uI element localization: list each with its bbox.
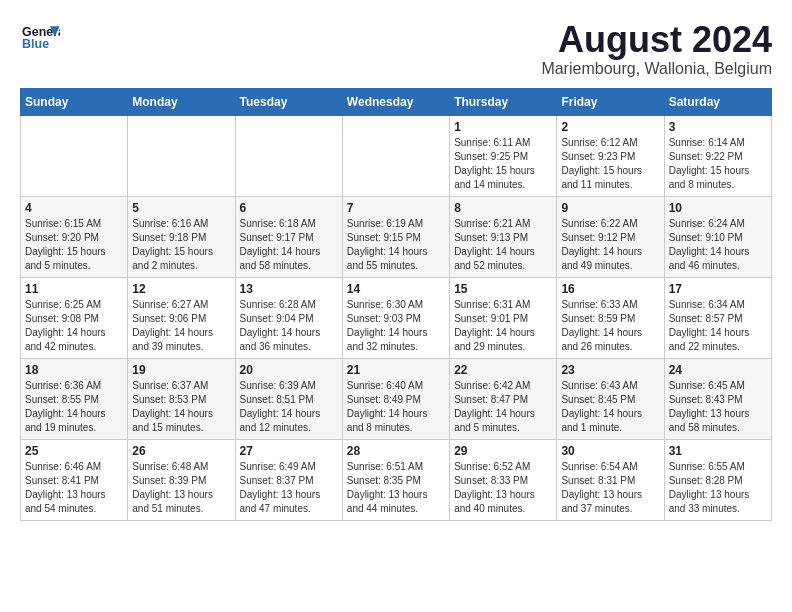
logo: General Blue <box>20 20 60 55</box>
calendar-table: SundayMondayTuesdayWednesdayThursdayFrid… <box>20 88 772 521</box>
calendar-cell: 23Sunrise: 6:43 AM Sunset: 8:45 PM Dayli… <box>557 358 664 439</box>
calendar-cell: 8Sunrise: 6:21 AM Sunset: 9:13 PM Daylig… <box>450 196 557 277</box>
day-number: 1 <box>454 120 552 134</box>
logo-icon: General Blue <box>20 20 60 55</box>
header-cell-tuesday: Tuesday <box>235 88 342 115</box>
day-number: 15 <box>454 282 552 296</box>
day-info: Sunrise: 6:37 AM Sunset: 8:53 PM Dayligh… <box>132 379 230 435</box>
day-info: Sunrise: 6:28 AM Sunset: 9:04 PM Dayligh… <box>240 298 338 354</box>
day-number: 2 <box>561 120 659 134</box>
header-cell-thursday: Thursday <box>450 88 557 115</box>
day-info: Sunrise: 6:52 AM Sunset: 8:33 PM Dayligh… <box>454 460 552 516</box>
day-number: 17 <box>669 282 767 296</box>
calendar-cell: 18Sunrise: 6:36 AM Sunset: 8:55 PM Dayli… <box>21 358 128 439</box>
calendar-cell: 12Sunrise: 6:27 AM Sunset: 9:06 PM Dayli… <box>128 277 235 358</box>
day-number: 31 <box>669 444 767 458</box>
day-info: Sunrise: 6:24 AM Sunset: 9:10 PM Dayligh… <box>669 217 767 273</box>
day-info: Sunrise: 6:31 AM Sunset: 9:01 PM Dayligh… <box>454 298 552 354</box>
day-info: Sunrise: 6:25 AM Sunset: 9:08 PM Dayligh… <box>25 298 123 354</box>
calendar-cell: 29Sunrise: 6:52 AM Sunset: 8:33 PM Dayli… <box>450 439 557 520</box>
calendar-cell: 5Sunrise: 6:16 AM Sunset: 9:18 PM Daylig… <box>128 196 235 277</box>
day-number: 7 <box>347 201 445 215</box>
day-info: Sunrise: 6:30 AM Sunset: 9:03 PM Dayligh… <box>347 298 445 354</box>
day-number: 27 <box>240 444 338 458</box>
calendar-cell <box>21 115 128 196</box>
calendar-cell: 28Sunrise: 6:51 AM Sunset: 8:35 PM Dayli… <box>342 439 449 520</box>
header-cell-wednesday: Wednesday <box>342 88 449 115</box>
day-number: 19 <box>132 363 230 377</box>
header-cell-monday: Monday <box>128 88 235 115</box>
calendar-cell: 14Sunrise: 6:30 AM Sunset: 9:03 PM Dayli… <box>342 277 449 358</box>
calendar-cell: 15Sunrise: 6:31 AM Sunset: 9:01 PM Dayli… <box>450 277 557 358</box>
week-row-2: 4Sunrise: 6:15 AM Sunset: 9:20 PM Daylig… <box>21 196 772 277</box>
calendar-cell <box>342 115 449 196</box>
day-number: 22 <box>454 363 552 377</box>
calendar-cell: 10Sunrise: 6:24 AM Sunset: 9:10 PM Dayli… <box>664 196 771 277</box>
calendar-cell: 7Sunrise: 6:19 AM Sunset: 9:15 PM Daylig… <box>342 196 449 277</box>
day-info: Sunrise: 6:46 AM Sunset: 8:41 PM Dayligh… <box>25 460 123 516</box>
calendar-cell: 2Sunrise: 6:12 AM Sunset: 9:23 PM Daylig… <box>557 115 664 196</box>
day-info: Sunrise: 6:55 AM Sunset: 8:28 PM Dayligh… <box>669 460 767 516</box>
day-info: Sunrise: 6:21 AM Sunset: 9:13 PM Dayligh… <box>454 217 552 273</box>
calendar-cell: 25Sunrise: 6:46 AM Sunset: 8:41 PM Dayli… <box>21 439 128 520</box>
week-row-4: 18Sunrise: 6:36 AM Sunset: 8:55 PM Dayli… <box>21 358 772 439</box>
day-number: 3 <box>669 120 767 134</box>
week-row-1: 1Sunrise: 6:11 AM Sunset: 9:25 PM Daylig… <box>21 115 772 196</box>
day-number: 14 <box>347 282 445 296</box>
page-title: August 2024 <box>541 20 772 60</box>
day-info: Sunrise: 6:43 AM Sunset: 8:45 PM Dayligh… <box>561 379 659 435</box>
day-number: 12 <box>132 282 230 296</box>
calendar-cell: 1Sunrise: 6:11 AM Sunset: 9:25 PM Daylig… <box>450 115 557 196</box>
calendar-body: 1Sunrise: 6:11 AM Sunset: 9:25 PM Daylig… <box>21 115 772 520</box>
header-cell-saturday: Saturday <box>664 88 771 115</box>
day-number: 24 <box>669 363 767 377</box>
calendar-header: SundayMondayTuesdayWednesdayThursdayFrid… <box>21 88 772 115</box>
calendar-cell: 17Sunrise: 6:34 AM Sunset: 8:57 PM Dayli… <box>664 277 771 358</box>
day-number: 26 <box>132 444 230 458</box>
title-block: August 2024 Mariembourg, Wallonia, Belgi… <box>541 20 772 78</box>
calendar-cell: 19Sunrise: 6:37 AM Sunset: 8:53 PM Dayli… <box>128 358 235 439</box>
calendar-cell: 20Sunrise: 6:39 AM Sunset: 8:51 PM Dayli… <box>235 358 342 439</box>
day-info: Sunrise: 6:14 AM Sunset: 9:22 PM Dayligh… <box>669 136 767 192</box>
day-number: 4 <box>25 201 123 215</box>
week-row-3: 11Sunrise: 6:25 AM Sunset: 9:08 PM Dayli… <box>21 277 772 358</box>
day-number: 9 <box>561 201 659 215</box>
day-info: Sunrise: 6:11 AM Sunset: 9:25 PM Dayligh… <box>454 136 552 192</box>
calendar-cell: 30Sunrise: 6:54 AM Sunset: 8:31 PM Dayli… <box>557 439 664 520</box>
day-info: Sunrise: 6:16 AM Sunset: 9:18 PM Dayligh… <box>132 217 230 273</box>
day-info: Sunrise: 6:27 AM Sunset: 9:06 PM Dayligh… <box>132 298 230 354</box>
day-number: 11 <box>25 282 123 296</box>
day-info: Sunrise: 6:34 AM Sunset: 8:57 PM Dayligh… <box>669 298 767 354</box>
day-info: Sunrise: 6:19 AM Sunset: 9:15 PM Dayligh… <box>347 217 445 273</box>
day-number: 23 <box>561 363 659 377</box>
day-number: 28 <box>347 444 445 458</box>
page-header: General Blue August 2024 Mariembourg, Wa… <box>20 20 772 78</box>
day-number: 6 <box>240 201 338 215</box>
calendar-cell <box>128 115 235 196</box>
day-number: 20 <box>240 363 338 377</box>
day-info: Sunrise: 6:22 AM Sunset: 9:12 PM Dayligh… <box>561 217 659 273</box>
calendar-cell: 11Sunrise: 6:25 AM Sunset: 9:08 PM Dayli… <box>21 277 128 358</box>
calendar-cell: 24Sunrise: 6:45 AM Sunset: 8:43 PM Dayli… <box>664 358 771 439</box>
day-info: Sunrise: 6:51 AM Sunset: 8:35 PM Dayligh… <box>347 460 445 516</box>
header-cell-sunday: Sunday <box>21 88 128 115</box>
day-info: Sunrise: 6:49 AM Sunset: 8:37 PM Dayligh… <box>240 460 338 516</box>
calendar-cell: 9Sunrise: 6:22 AM Sunset: 9:12 PM Daylig… <box>557 196 664 277</box>
day-info: Sunrise: 6:18 AM Sunset: 9:17 PM Dayligh… <box>240 217 338 273</box>
header-row: SundayMondayTuesdayWednesdayThursdayFrid… <box>21 88 772 115</box>
header-cell-friday: Friday <box>557 88 664 115</box>
day-number: 29 <box>454 444 552 458</box>
day-number: 10 <box>669 201 767 215</box>
calendar-cell: 6Sunrise: 6:18 AM Sunset: 9:17 PM Daylig… <box>235 196 342 277</box>
calendar-cell: 13Sunrise: 6:28 AM Sunset: 9:04 PM Dayli… <box>235 277 342 358</box>
day-info: Sunrise: 6:12 AM Sunset: 9:23 PM Dayligh… <box>561 136 659 192</box>
day-info: Sunrise: 6:39 AM Sunset: 8:51 PM Dayligh… <box>240 379 338 435</box>
calendar-cell: 22Sunrise: 6:42 AM Sunset: 8:47 PM Dayli… <box>450 358 557 439</box>
calendar-cell <box>235 115 342 196</box>
day-number: 21 <box>347 363 445 377</box>
day-info: Sunrise: 6:40 AM Sunset: 8:49 PM Dayligh… <box>347 379 445 435</box>
calendar-cell: 26Sunrise: 6:48 AM Sunset: 8:39 PM Dayli… <box>128 439 235 520</box>
calendar-cell: 4Sunrise: 6:15 AM Sunset: 9:20 PM Daylig… <box>21 196 128 277</box>
day-info: Sunrise: 6:45 AM Sunset: 8:43 PM Dayligh… <box>669 379 767 435</box>
day-number: 13 <box>240 282 338 296</box>
